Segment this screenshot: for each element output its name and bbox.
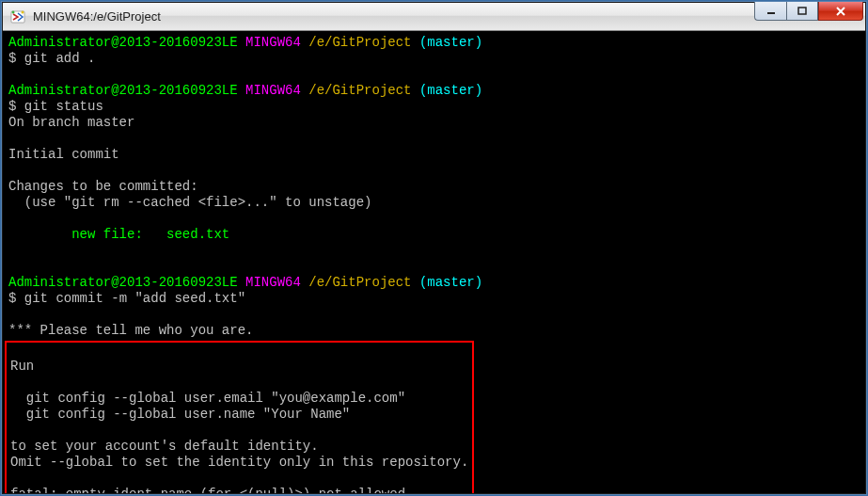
output-line: (use "git rm --cached <file>..." to unst…: [8, 195, 371, 210]
svg-point-1: [12, 10, 15, 13]
output-line: to set your account's default identity.: [10, 439, 319, 454]
output-line: Run: [10, 359, 34, 374]
output-line: git config --global user.email "you@exam…: [10, 391, 405, 406]
output-line: Omit --global to set the identity only i…: [10, 455, 468, 470]
terminal-icon: [10, 9, 25, 24]
window-title: MINGW64:/e/GitProject: [31, 9, 754, 24]
prompt-shell: MINGW64: [245, 275, 301, 290]
prompt-dollar: $: [8, 291, 16, 306]
svg-point-2: [22, 10, 24, 13]
prompt-path: /e/GitProject: [308, 275, 411, 290]
prompt-path: /e/GitProject: [308, 83, 411, 98]
prompt-branch: (master): [419, 35, 482, 50]
prompt-branch: (master): [419, 275, 482, 290]
prompt-user-host: Administrator@2013-20160923LE: [8, 275, 238, 290]
output-line: Changes to be committed:: [8, 179, 198, 194]
terminal-window: MINGW64:/e/GitProject Administrator@2013…: [2, 2, 866, 494]
output-line: git config --global user.name "Your Name…: [10, 407, 350, 422]
prompt-shell: MINGW64: [245, 35, 301, 50]
prompt-branch: (master): [419, 83, 482, 98]
prompt-shell: MINGW64: [245, 83, 301, 98]
output-new-file: new file: seed.txt: [8, 227, 229, 242]
output-line: *** Please tell me who you are.: [8, 323, 253, 338]
output-line: Initial commit: [8, 147, 119, 162]
command-text: git status: [24, 99, 103, 114]
prompt-user-host: Administrator@2013-20160923LE: [8, 35, 238, 50]
prompt-dollar: $: [8, 51, 16, 66]
prompt-dollar: $: [8, 99, 16, 114]
minimize-button[interactable]: [754, 2, 786, 21]
svg-rect-4: [798, 8, 806, 14]
highlight-box: Run git config --global user.email "you@…: [5, 341, 474, 493]
terminal-content[interactable]: Administrator@2013-20160923LE MINGW64 /e…: [3, 31, 865, 493]
command-text: git commit -m "add seed.txt": [24, 291, 245, 306]
command-text: git add .: [24, 51, 96, 66]
output-fatal: fatal: empty ident name (for <(null)>) n…: [10, 487, 405, 493]
prompt-user-host: Administrator@2013-20160923LE: [8, 83, 238, 98]
titlebar[interactable]: MINGW64:/e/GitProject: [3, 3, 865, 31]
prompt-path: /e/GitProject: [308, 35, 411, 50]
maximize-button[interactable]: [786, 2, 818, 21]
output-line: On branch master: [8, 115, 134, 130]
window-controls: [754, 3, 863, 30]
close-button[interactable]: [818, 2, 863, 21]
